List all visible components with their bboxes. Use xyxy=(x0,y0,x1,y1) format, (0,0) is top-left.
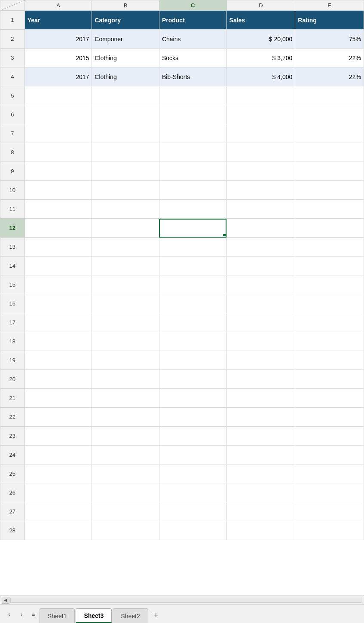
row-header-1[interactable]: 1 xyxy=(0,11,25,30)
row-header-21[interactable]: 21 xyxy=(0,389,25,408)
row-header-10[interactable]: 10 xyxy=(0,181,25,200)
tab-sheet3[interactable]: Sheet3 xyxy=(76,608,112,623)
scroll-track[interactable] xyxy=(10,598,361,603)
next-sheet-btn[interactable]: › xyxy=(15,608,28,621)
cell-28-E[interactable] xyxy=(295,521,364,540)
cell-27-A[interactable] xyxy=(24,502,92,521)
cell-2-C[interactable]: Chains xyxy=(159,30,226,49)
cell-24-E[interactable] xyxy=(295,446,364,464)
col-header-d[interactable]: D xyxy=(226,0,295,11)
cell-8-E[interactable] xyxy=(295,143,364,162)
cell-9-B[interactable] xyxy=(92,162,159,181)
cell-3-B[interactable]: Clothing xyxy=(92,49,159,67)
cell-4-C[interactable]: Bib-Shorts xyxy=(159,67,226,86)
cell-23-B[interactable] xyxy=(92,427,159,446)
cell-19-C[interactable] xyxy=(159,351,226,370)
row-header-11[interactable]: 11 xyxy=(0,200,25,219)
cell-12-E[interactable] xyxy=(295,219,364,238)
cell-4-E[interactable]: 22% xyxy=(295,67,364,86)
cell-25-A[interactable] xyxy=(24,464,92,483)
cell-10-A[interactable] xyxy=(24,181,92,200)
cell-12-B[interactable] xyxy=(92,219,159,238)
cell-18-C[interactable] xyxy=(159,332,226,351)
row-header-8[interactable]: 8 xyxy=(0,143,25,162)
row-header-25[interactable]: 25 xyxy=(0,464,25,483)
prev-sheet-btn[interactable]: ‹ xyxy=(3,608,15,621)
row-header-7[interactable]: 7 xyxy=(0,124,25,143)
cell-11-D[interactable] xyxy=(226,200,295,219)
cell-23-E[interactable] xyxy=(295,427,364,446)
cell-4-A[interactable]: 2017 xyxy=(24,67,92,86)
cell-5-D[interactable] xyxy=(226,86,295,105)
cell-1-C[interactable]: Product xyxy=(159,11,226,30)
cell-1-A[interactable]: Year xyxy=(24,11,92,30)
cell-27-D[interactable] xyxy=(226,502,295,521)
cell-12-A[interactable] xyxy=(24,219,92,238)
cell-11-C[interactable] xyxy=(159,200,226,219)
cell-13-C[interactable] xyxy=(159,238,226,257)
cell-9-D[interactable] xyxy=(226,162,295,181)
cell-17-D[interactable] xyxy=(226,313,295,332)
cell-7-D[interactable] xyxy=(226,124,295,143)
cell-9-A[interactable] xyxy=(24,162,92,181)
row-header-3[interactable]: 3 xyxy=(0,49,25,67)
cell-19-E[interactable] xyxy=(295,351,364,370)
cell-10-D[interactable] xyxy=(226,181,295,200)
cell-6-D[interactable] xyxy=(226,105,295,124)
row-header-12[interactable]: 12 xyxy=(0,219,25,238)
row-header-28[interactable]: 28 xyxy=(0,521,25,540)
row-header-5[interactable]: 5 xyxy=(0,86,25,105)
cell-16-A[interactable] xyxy=(24,294,92,313)
cell-18-A[interactable] xyxy=(24,332,92,351)
cell-4-B[interactable]: Clothing xyxy=(92,67,159,86)
cell-2-A[interactable]: 2017 xyxy=(24,30,92,49)
col-header-b[interactable]: B xyxy=(92,0,159,11)
cell-13-A[interactable] xyxy=(24,238,92,257)
cell-24-C[interactable] xyxy=(159,446,226,464)
row-header-14[interactable]: 14 xyxy=(0,257,25,275)
cell-13-B[interactable] xyxy=(92,238,159,257)
cell-26-C[interactable] xyxy=(159,483,226,502)
row-header-20[interactable]: 20 xyxy=(0,370,25,389)
cell-8-A[interactable] xyxy=(24,143,92,162)
row-header-23[interactable]: 23 xyxy=(0,427,25,446)
cell-3-C[interactable]: Socks xyxy=(159,49,226,67)
cell-6-C[interactable] xyxy=(159,105,226,124)
cell-22-C[interactable] xyxy=(159,408,226,427)
cell-16-D[interactable] xyxy=(226,294,295,313)
cell-17-C[interactable] xyxy=(159,313,226,332)
cell-24-D[interactable] xyxy=(226,446,295,464)
cell-27-C[interactable] xyxy=(159,502,226,521)
cell-21-D[interactable] xyxy=(226,389,295,408)
cell-8-B[interactable] xyxy=(92,143,159,162)
row-header-2[interactable]: 2 xyxy=(0,30,25,49)
cell-11-B[interactable] xyxy=(92,200,159,219)
col-header-c[interactable]: C xyxy=(159,0,226,11)
cell-11-E[interactable] xyxy=(295,200,364,219)
cell-14-E[interactable] xyxy=(295,257,364,275)
cell-18-B[interactable] xyxy=(92,332,159,351)
cell-26-A[interactable] xyxy=(24,483,92,502)
cell-4-D[interactable]: $ 4,000 xyxy=(226,67,295,86)
cell-6-A[interactable] xyxy=(24,105,92,124)
cell-2-D[interactable]: $ 20,000 xyxy=(226,30,295,49)
cell-5-C[interactable] xyxy=(159,86,226,105)
cell-18-D[interactable] xyxy=(226,332,295,351)
cell-14-B[interactable] xyxy=(92,257,159,275)
sheet-menu-btn[interactable]: ≡ xyxy=(28,608,40,621)
col-header-e[interactable]: E xyxy=(295,0,364,11)
cell-21-B[interactable] xyxy=(92,389,159,408)
cell-28-B[interactable] xyxy=(92,521,159,540)
row-header-26[interactable]: 26 xyxy=(0,483,25,502)
col-header-a[interactable]: A xyxy=(24,0,92,11)
row-header-9[interactable]: 9 xyxy=(0,162,25,181)
cell-7-A[interactable] xyxy=(24,124,92,143)
cell-10-C[interactable] xyxy=(159,181,226,200)
cell-19-B[interactable] xyxy=(92,351,159,370)
cell-20-E[interactable] xyxy=(295,370,364,389)
tab-sheet2[interactable]: Sheet2 xyxy=(113,608,148,623)
row-header-27[interactable]: 27 xyxy=(0,502,25,521)
cell-20-A[interactable] xyxy=(24,370,92,389)
cell-20-D[interactable] xyxy=(226,370,295,389)
cell-15-C[interactable] xyxy=(159,275,226,294)
